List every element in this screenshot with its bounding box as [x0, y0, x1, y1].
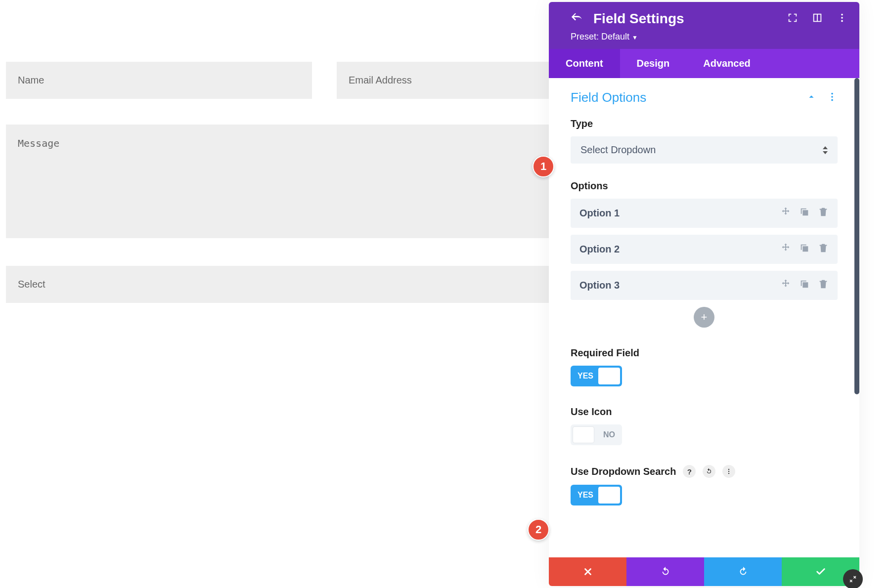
- type-label: Type: [571, 118, 838, 129]
- callout-badge-2: 2: [528, 519, 549, 541]
- tab-advanced[interactable]: Advanced: [686, 49, 767, 78]
- message-textarea[interactable]: [6, 125, 643, 238]
- svg-point-7: [728, 471, 729, 472]
- expand-icon[interactable]: [787, 12, 798, 25]
- panel-footer: [549, 557, 859, 586]
- columns-icon[interactable]: [812, 12, 823, 25]
- type-select[interactable]: Select Dropdown: [571, 136, 838, 164]
- use-dropdown-search-toggle[interactable]: YES: [571, 485, 622, 505]
- tab-content[interactable]: Content: [549, 49, 620, 78]
- option-row[interactable]: Option 3: [571, 271, 838, 300]
- option-row[interactable]: Option 2: [571, 235, 838, 264]
- panel-tabs: Content Design Advanced: [549, 49, 859, 78]
- undo-button[interactable]: [626, 557, 704, 586]
- sort-icon: [823, 146, 828, 154]
- field-settings-panel: Field Settings Preset: Default ▼ Content…: [549, 2, 859, 586]
- scrollbar[interactable]: [854, 78, 859, 394]
- reset-icon[interactable]: [703, 465, 715, 478]
- option-row[interactable]: Option 1: [571, 199, 838, 228]
- panel-title: Field Settings: [593, 11, 787, 27]
- svg-point-4: [831, 96, 833, 98]
- preset-selector[interactable]: Preset: Default ▼: [571, 32, 847, 42]
- resize-handle-icon[interactable]: [843, 569, 863, 588]
- delete-icon[interactable]: [818, 279, 829, 292]
- back-icon[interactable]: [571, 12, 581, 25]
- move-icon[interactable]: [780, 207, 791, 220]
- collapse-icon[interactable]: [806, 91, 817, 104]
- tab-design[interactable]: Design: [620, 49, 687, 78]
- duplicate-icon[interactable]: [799, 207, 810, 220]
- callout-badge-1: 1: [533, 156, 554, 177]
- required-field-toggle[interactable]: YES: [571, 366, 622, 386]
- delete-icon[interactable]: [818, 207, 829, 220]
- redo-button[interactable]: [704, 557, 782, 586]
- duplicate-icon[interactable]: [799, 243, 810, 256]
- select-dropdown-preview[interactable]: [6, 266, 643, 303]
- svg-point-8: [728, 473, 729, 474]
- cancel-button[interactable]: [549, 557, 626, 586]
- use-icon-label: Use Icon: [571, 406, 838, 418]
- use-icon-toggle[interactable]: NO: [571, 424, 622, 445]
- section-field-options[interactable]: Field Options: [571, 90, 806, 105]
- form-preview: [6, 62, 643, 303]
- option-more-icon[interactable]: [722, 465, 735, 478]
- help-icon[interactable]: ?: [683, 465, 696, 478]
- use-dropdown-search-label: Use Dropdown Search ?: [571, 465, 838, 478]
- svg-point-1: [841, 17, 843, 19]
- svg-point-0: [841, 14, 843, 16]
- panel-body: Field Options Type Select Dropdown Optio…: [549, 78, 859, 557]
- required-field-label: Required Field: [571, 347, 838, 359]
- name-input[interactable]: [6, 62, 312, 99]
- svg-point-2: [841, 20, 843, 22]
- svg-point-3: [831, 92, 833, 94]
- panel-header: Field Settings Preset: Default ▼: [549, 2, 859, 49]
- move-icon[interactable]: [780, 279, 791, 292]
- more-icon[interactable]: [837, 12, 847, 25]
- svg-point-6: [728, 469, 729, 470]
- move-icon[interactable]: [780, 243, 791, 256]
- options-label: Options: [571, 180, 838, 192]
- section-more-icon[interactable]: [827, 91, 838, 104]
- delete-icon[interactable]: [818, 243, 829, 256]
- duplicate-icon[interactable]: [799, 279, 810, 292]
- add-option-button[interactable]: +: [694, 307, 714, 328]
- svg-point-5: [831, 99, 833, 101]
